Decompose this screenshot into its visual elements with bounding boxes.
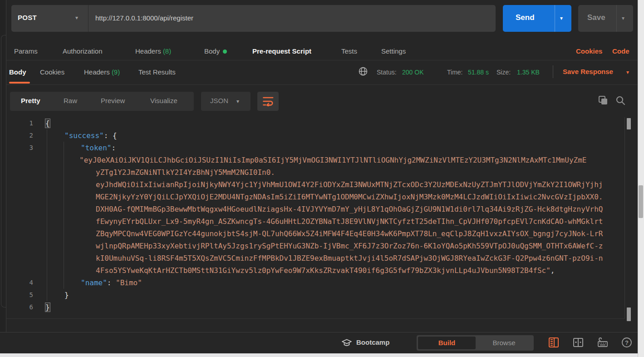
response-tab-headers[interactable]: Headers (9) xyxy=(84,68,120,76)
panel-scrollbar-thumb[interactable] xyxy=(627,307,631,321)
code-line: wjlnpQRpAMEHp33xyXebtivjRPltAy5Jzgs1rySg… xyxy=(6,240,624,252)
code-line: ZBqyMPCQnw4VEG0WPIGzYc44gunokjbtS4sjM-QL… xyxy=(6,228,624,240)
format-select[interactable]: JSON ▾ xyxy=(201,92,251,111)
console-panel-icon[interactable] xyxy=(548,337,560,349)
copy-icon[interactable] xyxy=(598,95,608,105)
left-panel-edge xyxy=(1,35,6,307)
code-line: "eyJ0eXAiOiJKV1QiLCJhbGciOiJSUzI1NiIsImp… xyxy=(6,154,624,166)
save-response-button[interactable]: Save Response xyxy=(563,68,613,75)
response-tab-cookies[interactable]: Cookies xyxy=(40,68,64,76)
time-value: 51.88 s xyxy=(468,69,489,76)
keyboard-shortcuts-icon[interactable] xyxy=(597,337,609,349)
build-browse-toggle: Build Browse xyxy=(417,335,534,351)
format-label: JSON xyxy=(210,97,228,104)
code-line: 6} xyxy=(6,301,624,313)
tab-authorization[interactable]: Authorization xyxy=(63,47,103,55)
view-tab-preview[interactable]: Preview xyxy=(101,97,125,104)
response-view-tabs: Pretty Raw Preview Visualize xyxy=(10,92,194,111)
response-body-editor[interactable]: 1{2"success": {3"token":"eyJ0eXAiOiJKV1Q… xyxy=(6,117,625,319)
method-caret-icon: ▾ xyxy=(75,15,78,21)
graduation-cap-icon xyxy=(341,338,352,348)
code-line: 4Fso5YSYweKqKtArHZCTb0MSttN31GiYwzv5lz0p… xyxy=(6,264,624,277)
code-line: 2"success": { xyxy=(6,129,624,142)
size-value: 1.35 KB xyxy=(517,69,540,76)
code-line: kI0UmuhuVSq-li8RSF4m5T5XQsZmVC5CminzFfMP… xyxy=(6,252,624,264)
code-line: DXH0AG-fQMIMmBGp3BewwMbtWqgxw4HGoeudlNzi… xyxy=(6,203,624,215)
search-icon[interactable] xyxy=(615,95,625,105)
response-tab-test-results[interactable]: Test Results xyxy=(138,68,176,76)
indent-guide xyxy=(47,129,47,301)
method-label: POST xyxy=(18,14,37,21)
response-tab-body[interactable]: Body xyxy=(9,68,26,76)
send-button[interactable]: Send ▾ xyxy=(503,5,571,32)
tab-headers[interactable]: Headers (8) xyxy=(135,47,171,55)
size-label: Size: xyxy=(497,69,511,76)
browse-toggle-button[interactable]: Browse xyxy=(476,335,532,351)
tab-tests[interactable]: Tests xyxy=(341,47,357,55)
indent-guide xyxy=(64,142,64,289)
bootcamp-button[interactable]: Bootcamp xyxy=(356,338,389,346)
build-toggle-button[interactable]: Build xyxy=(418,337,476,349)
wrap-text-icon xyxy=(263,96,274,106)
cookies-link[interactable]: Cookies xyxy=(576,47,602,55)
help-icon[interactable]: ? xyxy=(621,337,633,349)
method-select[interactable]: POST ▾ xyxy=(11,5,88,32)
send-divider xyxy=(555,5,555,32)
code-lines: 1{2"success": {3"token":"eyJ0eXAiOiJKV1Q… xyxy=(6,117,624,313)
status-bar: Bootcamp Build Browse xyxy=(0,332,638,353)
view-tab-raw[interactable]: Raw xyxy=(64,97,77,104)
status-value: 200 OK xyxy=(402,69,423,76)
window-scrollbar[interactable] xyxy=(638,0,644,357)
save-response-caret-icon[interactable]: ▾ xyxy=(626,69,629,75)
code-line: 5} xyxy=(6,289,624,301)
body-green-dot-icon xyxy=(223,50,227,54)
code-line: 3"token": xyxy=(6,142,624,154)
meta-divider xyxy=(553,65,553,78)
code-line: 1{ xyxy=(6,117,624,129)
wrap-text-button[interactable] xyxy=(257,92,279,111)
response-tabs: Body Cookies Headers (9) Test Results St… xyxy=(6,61,638,85)
two-pane-view-icon[interactable] xyxy=(573,337,585,349)
send-caret-icon[interactable]: ▾ xyxy=(560,15,563,21)
view-tab-visualize[interactable]: Visualize xyxy=(150,97,177,104)
postman-window: POST ▾ http://127.0.0.1:8000/api/registe… xyxy=(0,0,644,357)
tab-pre-request-script[interactable]: Pre-request Script xyxy=(252,47,311,55)
code-line: 4"name": "Bimo" xyxy=(6,277,624,289)
code-line: yZTg1Y2JmZGNiNTlkY2I4YzBhNjY5MmM2NGI0In0… xyxy=(6,166,624,178)
tab-params[interactable]: Params xyxy=(14,47,38,55)
url-input[interactable]: http://127.0.0.1:8000/api/register xyxy=(95,14,193,22)
save-label: Save xyxy=(587,13,605,22)
svg-text:?: ? xyxy=(625,339,629,346)
time-label: Time: xyxy=(447,69,462,76)
save-button[interactable]: Save ▾ xyxy=(578,5,633,32)
window-scrollbar-thumb[interactable] xyxy=(639,185,643,218)
response-scrollbar-thumb[interactable] xyxy=(627,118,631,129)
globe-icon xyxy=(358,66,368,76)
request-tabs: Params Authorization Headers (8) Body Pr… xyxy=(6,44,638,60)
status-label: Status: xyxy=(377,69,397,76)
active-tab-underline xyxy=(9,82,30,84)
view-tab-pretty[interactable]: Pretty xyxy=(21,97,40,104)
request-url-bar: POST ▾ http://127.0.0.1:8000/api/registe… xyxy=(11,5,496,32)
code-line: eyJhdWQiOiIxIiwianRpIjoiNjkyNWY4Yjc1YjVh… xyxy=(6,178,624,191)
tab-settings[interactable]: Settings xyxy=(381,47,406,55)
code-link[interactable]: Code xyxy=(612,47,629,55)
tab-body[interactable]: Body xyxy=(204,47,227,55)
send-label: Send xyxy=(516,13,535,22)
format-caret-icon: ▾ xyxy=(236,98,239,104)
save-divider xyxy=(616,5,617,32)
window-bottom-edge xyxy=(0,353,638,357)
save-caret-icon[interactable]: ▾ xyxy=(622,15,624,21)
code-line: fEwynyEYrbQLUxr_Lx9-5myR4gn_ASZKwncgTs-4… xyxy=(6,215,624,228)
code-line: MGE2NjkyYzY0YjQiLCJpYXQiOjE2MDU4NTgzNDAs… xyxy=(6,191,624,203)
